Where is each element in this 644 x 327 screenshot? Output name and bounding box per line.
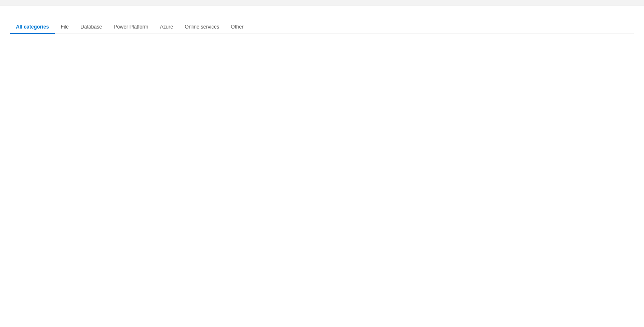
title-bar: [0, 0, 644, 5]
tab-online[interactable]: Online services: [179, 21, 225, 34]
tab-azure[interactable]: Azure: [154, 21, 179, 34]
tab-file[interactable]: File: [55, 21, 75, 34]
connector-grid: [10, 41, 634, 41]
tab-all[interactable]: All categories: [10, 21, 55, 34]
tab-powerplatform[interactable]: Power Platform: [108, 21, 154, 34]
tabs: All categoriesFileDatabasePower Platform…: [10, 21, 634, 34]
main-container: All categoriesFileDatabasePower Platform…: [0, 5, 644, 50]
tab-database[interactable]: Database: [75, 21, 108, 34]
tab-other[interactable]: Other: [225, 21, 249, 34]
